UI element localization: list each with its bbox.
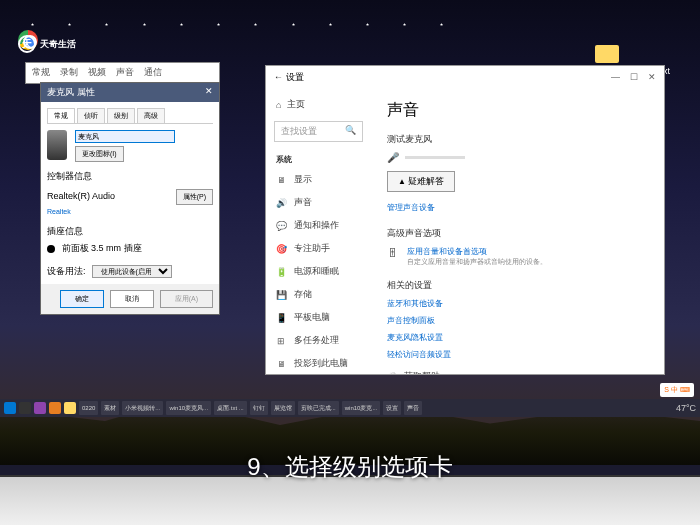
minimize-icon[interactable]: — bbox=[611, 72, 620, 82]
controller-vendor: Realtek bbox=[47, 208, 213, 215]
maximize-icon[interactable]: ☐ bbox=[630, 72, 638, 82]
tab-advanced[interactable]: 高级 bbox=[137, 108, 165, 123]
sidebar-item-3[interactable]: 🎯专注助手 bbox=[266, 237, 371, 260]
monitor-bezel bbox=[0, 477, 700, 525]
taskbar-item[interactable]: 声音 bbox=[404, 401, 422, 415]
taskbar-item[interactable]: 小米视频转... bbox=[122, 401, 163, 415]
app-volume-link[interactable]: 应用音量和设备首选项 bbox=[407, 246, 547, 257]
controller-name: Realtek(R) Audio bbox=[47, 191, 115, 201]
dialog-title: 麦克风 属性 bbox=[47, 86, 95, 99]
home-link[interactable]: ⌂ 主页 bbox=[266, 94, 371, 115]
taskbar-item[interactable]: 展览馆 bbox=[271, 401, 295, 415]
taskbar-item[interactable]: 素材 bbox=[101, 401, 119, 415]
dialog-titlebar[interactable]: 麦克风 属性 ✕ bbox=[41, 83, 219, 102]
sidebar-icon: 🔊 bbox=[276, 198, 286, 208]
taskbar-item[interactable]: 剪映已完成... bbox=[298, 401, 339, 415]
sidebar-item-5[interactable]: 💾存储 bbox=[266, 283, 371, 306]
search-icon: 🔍 bbox=[345, 125, 356, 138]
settings-content: 声音 测试麦克风 🎤 ▲ 疑难解答 管理声音设备 高级声音选项 🎚 应用音量和设… bbox=[371, 88, 664, 374]
taskbar-item[interactable]: win10麦克风... bbox=[166, 401, 211, 415]
sidebar-icon: 🖥 bbox=[276, 359, 286, 369]
troubleshoot-button[interactable]: ▲ 疑难解答 bbox=[387, 171, 455, 192]
video-caption: 9、选择级别选项卡 bbox=[0, 451, 700, 483]
test-mic-header: 测试麦克风 bbox=[387, 133, 648, 146]
tab-record[interactable]: 录制 bbox=[60, 67, 78, 77]
sidebar-item-1[interactable]: 🔊声音 bbox=[266, 191, 371, 214]
mic-name-input[interactable] bbox=[75, 130, 175, 143]
jack-text: 前面板 3.5 mm 插座 bbox=[62, 243, 142, 253]
folder-icon bbox=[595, 45, 619, 63]
tab-sound[interactable]: 声音 bbox=[116, 67, 134, 77]
sidebar-icon: 🖥 bbox=[276, 175, 286, 185]
weather-temp: 47°C bbox=[676, 403, 696, 413]
mic-icon: 🎤 bbox=[387, 152, 399, 163]
taskbar-app-icon[interactable] bbox=[34, 402, 46, 414]
close-icon[interactable]: ✕ bbox=[648, 72, 656, 82]
jack-color-icon bbox=[47, 245, 55, 253]
taskbar-item[interactable]: 钉钉 bbox=[250, 401, 268, 415]
desktop-wallpaper: 天 天奇生活 新建文本文档 Downloads (2).txt 常规 录制 视频… bbox=[0, 0, 700, 465]
sidebar-item-6[interactable]: 📱平板电脑 bbox=[266, 306, 371, 329]
taskbar-app-icon[interactable] bbox=[49, 402, 61, 414]
start-button[interactable] bbox=[4, 402, 16, 414]
tab-levels[interactable]: 级别 bbox=[107, 108, 135, 123]
app-volume-sub: 自定义应用音量和扬声器或音响使用的设备。 bbox=[407, 257, 547, 267]
related-ease[interactable]: 轻松访问音频设置 bbox=[387, 349, 648, 360]
explorer-icon[interactable] bbox=[64, 402, 76, 414]
controller-header: 控制器信息 bbox=[47, 170, 213, 183]
app-volume-icon: 🎚 bbox=[387, 246, 399, 267]
cancel-button[interactable]: 取消 bbox=[110, 290, 154, 308]
tab-video[interactable]: 视频 bbox=[88, 67, 106, 77]
sidebar-item-7[interactable]: ⊞多任务处理 bbox=[266, 329, 371, 352]
sidebar-icon: 💾 bbox=[276, 290, 286, 300]
ime-indicator[interactable]: S 中 ⌨ bbox=[660, 383, 694, 397]
sidebar-item-0[interactable]: 🖥显示 bbox=[266, 168, 371, 191]
apply-button[interactable]: 应用(A) bbox=[160, 290, 213, 308]
sidebar-icon: ⊞ bbox=[276, 336, 286, 346]
sidebar-icon: 💬 bbox=[276, 221, 286, 231]
related-sound-panel[interactable]: 声音控制面板 bbox=[387, 315, 648, 326]
sidebar-icon: 📱 bbox=[276, 313, 286, 323]
mic-properties-dialog: 麦克风 属性 ✕ 常规 侦听 级别 高级 更改图标(I) 控制器信息 bbox=[40, 82, 220, 315]
system-tray[interactable]: 47°C bbox=[676, 403, 696, 413]
watermark-icon: 天 bbox=[18, 35, 36, 53]
watermark: 天 天奇生活 bbox=[18, 35, 76, 53]
window-chrome[interactable]: ← 设置 — ☐ ✕ bbox=[266, 66, 664, 88]
sidebar-item-8[interactable]: 🖥投影到此电脑 bbox=[266, 352, 371, 374]
settings-window: ← 设置 — ☐ ✕ ⌂ 主页 查找设置 🔍 系统 🖥显示🔊声音💬通知和操作🎯专… bbox=[265, 65, 665, 375]
tab-comm[interactable]: 通信 bbox=[144, 67, 162, 77]
page-title: 声音 bbox=[387, 100, 648, 121]
settings-sidebar: ⌂ 主页 查找设置 🔍 系统 🖥显示🔊声音💬通知和操作🎯专注助手🔋电源和睡眠💾存… bbox=[266, 88, 371, 374]
manage-devices-link[interactable]: 管理声音设备 bbox=[387, 202, 648, 213]
microphone-icon bbox=[47, 130, 67, 160]
taskbar-item[interactable]: 桌面.txt ... bbox=[214, 401, 247, 415]
taskbar-item[interactable]: win10麦克... bbox=[342, 401, 381, 415]
taskbar-item[interactable]: 设置 bbox=[383, 401, 401, 415]
watermark-text: 天奇生活 bbox=[40, 38, 76, 51]
get-help-link[interactable]: ❔获取帮助 bbox=[387, 370, 648, 374]
controller-props-button[interactable]: 属性(P) bbox=[176, 189, 213, 205]
related-header: 相关的设置 bbox=[387, 279, 648, 292]
sound-control-panel-tabs: 常规 录制 视频 声音 通信 bbox=[25, 62, 220, 84]
usage-select[interactable]: 使用此设备(启用) bbox=[92, 265, 172, 278]
related-mic-privacy[interactable]: 麦克风隐私设置 bbox=[387, 332, 648, 343]
sidebar-item-4[interactable]: 🔋电源和睡眠 bbox=[266, 260, 371, 283]
sidebar-item-2[interactable]: 💬通知和操作 bbox=[266, 214, 371, 237]
tab-listen[interactable]: 侦听 bbox=[77, 108, 105, 123]
sidebar-icon: 🎯 bbox=[276, 244, 286, 254]
sidebar-icon: 🔋 bbox=[276, 267, 286, 277]
sidebar-category: 系统 bbox=[266, 148, 371, 168]
search-taskbar-icon[interactable] bbox=[19, 402, 31, 414]
help-icon: ❔ bbox=[387, 372, 398, 375]
close-icon[interactable]: ✕ bbox=[205, 86, 213, 99]
tab-general[interactable]: 常规 bbox=[32, 67, 50, 77]
ok-button[interactable]: 确定 bbox=[60, 290, 104, 308]
change-icon-button[interactable]: 更改图标(I) bbox=[75, 146, 124, 162]
tab-general[interactable]: 常规 bbox=[47, 108, 75, 123]
taskbar-item[interactable]: 0220 bbox=[79, 401, 98, 415]
props-tabs: 常规 侦听 级别 高级 bbox=[47, 108, 213, 124]
jack-header: 插座信息 bbox=[47, 225, 213, 238]
search-input[interactable]: 查找设置 🔍 bbox=[274, 121, 363, 142]
related-bt[interactable]: 蓝牙和其他设备 bbox=[387, 298, 648, 309]
advanced-header: 高级声音选项 bbox=[387, 227, 648, 240]
